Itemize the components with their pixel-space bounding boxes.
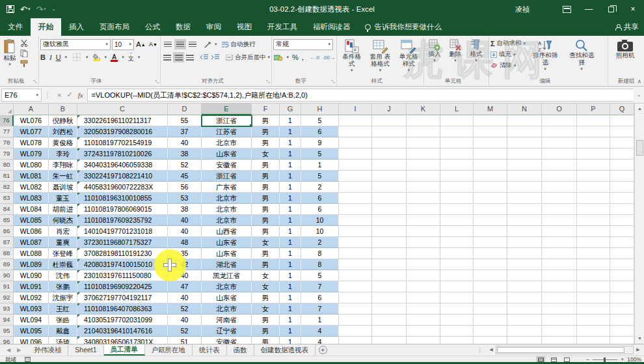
italic-button[interactable]: I <box>49 53 52 61</box>
cell-L83[interactable] <box>440 193 474 204</box>
cell-I79[interactable] <box>339 148 372 160</box>
cell-D95[interactable]: 52 <box>168 326 202 337</box>
cell-K85[interactable] <box>407 215 440 226</box>
macro-record-icon[interactable] <box>25 357 31 362</box>
minimize-button[interactable]: — <box>578 0 600 18</box>
dialog-launcher-icon[interactable]: ⤡ <box>155 79 159 85</box>
cell-P91[interactable] <box>577 281 610 292</box>
cell-J89[interactable] <box>372 259 407 270</box>
row-header-85[interactable]: 85 <box>0 215 14 226</box>
cell-D78[interactable]: 40 <box>168 137 202 148</box>
ribbon-tab-文件[interactable]: 文件 <box>0 18 31 36</box>
column-header-L[interactable]: L <box>440 104 474 115</box>
cell-C83[interactable]: 110108196310010855 <box>77 193 168 204</box>
cell-P92[interactable] <box>577 292 610 303</box>
cell-O84[interactable] <box>542 204 577 215</box>
row-header-94[interactable]: 94 <box>0 315 14 326</box>
cell-N90[interactable] <box>507 270 542 281</box>
cell-Q96[interactable] <box>610 337 634 344</box>
cell-M93[interactable] <box>474 303 507 315</box>
cell-Q76[interactable] <box>610 115 634 126</box>
cell-C78[interactable]: 110108197702154919 <box>77 137 168 148</box>
cell-O83[interactable] <box>542 193 577 204</box>
cell-P89[interactable] <box>577 259 610 270</box>
ribbon-tab-开始[interactable]: 开始 <box>31 18 61 36</box>
cell-H95[interactable]: 4 <box>301 326 339 337</box>
scroll-left-icon[interactable]: ◀ <box>487 345 496 354</box>
paste-button[interactable]: 粘贴 ▾ <box>1 38 18 68</box>
cell-I91[interactable] <box>339 281 372 292</box>
cell-K84[interactable] <box>407 204 440 215</box>
cell-F80[interactable]: 男 <box>252 160 280 171</box>
cell-N88[interactable] <box>507 248 542 259</box>
cell-P84[interactable] <box>577 204 610 215</box>
cell-B84[interactable]: 胡前进 <box>49 204 77 215</box>
cell-B93[interactable]: 王红 <box>49 303 77 315</box>
accounting-format-button[interactable] <box>273 53 284 63</box>
cell-L92[interactable] <box>440 292 474 303</box>
cell-I96[interactable] <box>339 337 372 344</box>
cell-H88[interactable]: 8 <box>301 248 339 259</box>
ribbon-tab-公式[interactable]: 公式 <box>137 18 168 36</box>
sheet-tab-统计表[interactable]: 统计表 <box>193 344 227 356</box>
cell-K88[interactable] <box>407 248 440 259</box>
cell-M95[interactable] <box>474 326 507 337</box>
cell-O88[interactable] <box>542 248 577 259</box>
cell-J76[interactable] <box>372 115 407 126</box>
cell-C77[interactable]: 320503197908280016 <box>77 126 168 137</box>
row-header-96[interactable]: 96 <box>0 337 14 344</box>
cell-B78[interactable]: 黄俊格 <box>49 137 77 148</box>
cell-M85[interactable] <box>474 215 507 226</box>
cell-A76[interactable]: WL076 <box>14 115 49 126</box>
dialog-launcher-icon[interactable]: ⤡ <box>331 79 335 85</box>
cell-D93[interactable]: 52 <box>168 303 202 315</box>
cell-L86[interactable] <box>440 226 474 237</box>
cell-B80[interactable]: 李翔咏 <box>49 160 77 171</box>
cell-C81[interactable]: 330224197108221410 <box>77 171 168 182</box>
cell-G81[interactable]: 1 <box>280 171 301 182</box>
cell-C88[interactable]: 370828198110191230 <box>77 248 168 259</box>
cell-O79[interactable] <box>542 148 577 160</box>
cell-P93[interactable] <box>577 303 610 315</box>
row-header-90[interactable]: 90 <box>0 270 14 281</box>
row-header-88[interactable]: 88 <box>0 248 14 259</box>
cell-M76[interactable] <box>474 115 507 126</box>
cell-F89[interactable]: 男 <box>252 259 280 270</box>
cell-Q80[interactable] <box>610 160 634 171</box>
cell-I82[interactable] <box>339 182 372 193</box>
cell-F87[interactable]: 女 <box>252 237 280 248</box>
cell-O80[interactable] <box>542 160 577 171</box>
ribbon-tab-福昕阅读器[interactable]: 福昕阅读器 <box>305 18 358 36</box>
cell-M77[interactable] <box>474 126 507 137</box>
cell-F95[interactable]: 男 <box>252 326 280 337</box>
cell-D84[interactable]: 38 <box>168 204 202 215</box>
cell-D83[interactable]: 53 <box>168 193 202 204</box>
cell-M91[interactable] <box>474 281 507 292</box>
cell-A86[interactable]: WL086 <box>14 226 49 237</box>
cell-P76[interactable] <box>577 115 610 126</box>
ribbon-tab-数据[interactable]: 数据 <box>168 18 198 36</box>
insert-cells-button[interactable]: 插入 ▾ <box>425 38 444 77</box>
cell-K81[interactable] <box>407 171 440 182</box>
cell-A96[interactable]: WL096 <box>14 337 49 344</box>
cell-M89[interactable] <box>474 259 507 270</box>
cell-C96[interactable]: 34080319650617301X <box>77 337 168 344</box>
cell-I87[interactable] <box>339 237 372 248</box>
cell-B85[interactable]: 何晓杰 <box>49 215 77 226</box>
cell-D76[interactable]: 55 <box>168 115 202 126</box>
cell-M90[interactable] <box>474 270 507 281</box>
cell-O95[interactable] <box>542 326 577 337</box>
cell-I95[interactable] <box>339 326 372 337</box>
cell-K93[interactable] <box>407 303 440 315</box>
sheet-tab-创建数据透视表[interactable]: 创建数据透视表 <box>254 344 316 356</box>
cell-C93[interactable]: 110108196407086363 <box>77 303 168 315</box>
cell-N82[interactable] <box>507 182 542 193</box>
row-header-77[interactable]: 77 <box>0 126 14 137</box>
row-header-78[interactable]: 78 <box>0 137 14 148</box>
cell-I78[interactable] <box>339 137 372 148</box>
cell-M92[interactable] <box>474 292 507 303</box>
cell-N89[interactable] <box>507 259 542 270</box>
cell-Q86[interactable] <box>610 226 634 237</box>
cell-Q82[interactable] <box>610 182 634 193</box>
cell-styles-button[interactable]: 单元格样式 ▾ <box>395 38 422 77</box>
